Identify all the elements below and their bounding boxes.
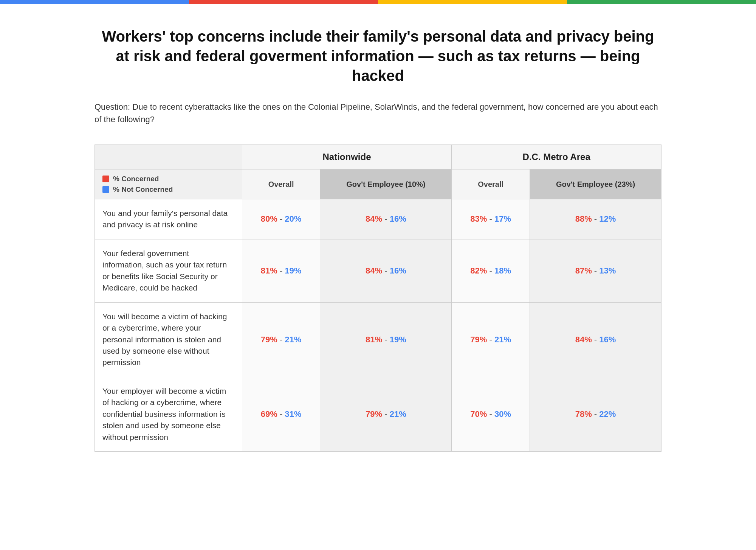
not-concerned-value: 21%	[494, 335, 511, 344]
data-cell-1-3: 87% - 13%	[530, 239, 662, 302]
data-cell-3-1: 79% - 21%	[320, 377, 452, 451]
legend-dot-blue	[102, 186, 109, 193]
legend-not-concerned-label: % Not Concerned	[113, 185, 173, 194]
data-cell-3-0: 69% - 31%	[242, 377, 320, 451]
data-cell-0-1: 84% - 16%	[320, 199, 452, 239]
nationwide-overall-header: Overall	[242, 169, 320, 199]
concerned-value: 69%	[261, 409, 277, 419]
concerned-value: 70%	[470, 409, 487, 419]
concerned-value: 84%	[575, 335, 592, 344]
concerned-value: 81%	[261, 266, 277, 275]
data-table: Nationwide D.C. Metro Area % Concerned %…	[94, 144, 662, 452]
legend: % Concerned % Not Concerned	[102, 175, 234, 194]
not-concerned-value: 19%	[390, 335, 406, 344]
concerned-value: 79%	[470, 335, 487, 344]
top-bar-blue	[0, 0, 189, 4]
not-concerned-value: 16%	[390, 214, 406, 224]
data-cell-2-0: 79% - 21%	[242, 302, 320, 377]
not-concerned-value: 16%	[599, 335, 616, 344]
legend-not-concerned: % Not Concerned	[102, 185, 234, 194]
concerned-value: 80%	[261, 214, 277, 224]
data-cell-0-3: 88% - 12%	[530, 199, 662, 239]
main-container: Workers' top concerns include their fami…	[57, 4, 699, 482]
concerned-value: 84%	[366, 214, 382, 224]
not-concerned-value: 13%	[599, 266, 616, 275]
dc-overall-header: Overall	[452, 169, 530, 199]
concerned-value: 79%	[366, 409, 382, 419]
row-label-0: You and your family's personal data and …	[95, 199, 242, 239]
legend-cell: % Concerned % Not Concerned	[95, 169, 242, 199]
concerned-value: 84%	[366, 266, 382, 275]
page-title: Workers' top concerns include their fami…	[94, 26, 662, 85]
legend-concerned: % Concerned	[102, 175, 234, 183]
concerned-value: 83%	[470, 214, 487, 224]
top-bar-yellow	[378, 0, 567, 4]
data-cell-3-3: 78% - 22%	[530, 377, 662, 451]
legend-concerned-label: % Concerned	[113, 175, 159, 183]
dc-govt-header: Gov't Employee (23%)	[530, 169, 662, 199]
not-concerned-value: 21%	[285, 335, 301, 344]
not-concerned-value: 18%	[494, 266, 511, 275]
not-concerned-value: 16%	[390, 266, 406, 275]
data-cell-1-2: 82% - 18%	[452, 239, 530, 302]
concerned-value: 79%	[261, 335, 277, 344]
data-cell-2-3: 84% - 16%	[530, 302, 662, 377]
not-concerned-value: 30%	[494, 409, 511, 419]
top-bar-red	[189, 0, 378, 4]
nationwide-header: Nationwide	[242, 145, 452, 169]
row-label-3: Your employer will become a victim of ha…	[95, 377, 242, 451]
concerned-value: 87%	[575, 266, 592, 275]
legend-dot-red	[102, 176, 109, 182]
concerned-value: 78%	[575, 409, 592, 419]
table-row: Your employer will become a victim of ha…	[95, 377, 662, 451]
data-cell-0-2: 83% - 17%	[452, 199, 530, 239]
not-concerned-value: 12%	[599, 214, 616, 224]
sub-header-row: % Concerned % Not Concerned Overall Gov'…	[95, 169, 662, 199]
concerned-value: 88%	[575, 214, 592, 224]
not-concerned-value: 21%	[390, 409, 406, 419]
row-label-2: You will become a victim of hacking or a…	[95, 302, 242, 377]
not-concerned-value: 17%	[494, 214, 511, 224]
not-concerned-value: 20%	[285, 214, 301, 224]
concerned-value: 82%	[470, 266, 487, 275]
data-cell-2-2: 79% - 21%	[452, 302, 530, 377]
dc-metro-header: D.C. Metro Area	[452, 145, 662, 169]
data-cell-3-2: 70% - 30%	[452, 377, 530, 451]
not-concerned-value: 31%	[285, 409, 301, 419]
data-cell-0-0: 80% - 20%	[242, 199, 320, 239]
table-row: You will become a victim of hacking or a…	[95, 302, 662, 377]
top-bar-green	[567, 0, 756, 4]
top-color-bar	[0, 0, 756, 4]
concerned-value: 81%	[366, 335, 382, 344]
not-concerned-value: 19%	[285, 266, 301, 275]
empty-header	[95, 145, 242, 169]
not-concerned-value: 22%	[599, 409, 616, 419]
row-label-1: Your federal government information, suc…	[95, 239, 242, 302]
nationwide-govt-header: Gov't Employee (10%)	[320, 169, 452, 199]
table-row: Your federal government information, suc…	[95, 239, 662, 302]
data-cell-2-1: 81% - 19%	[320, 302, 452, 377]
question-text: Question: Due to recent cyberattacks lik…	[94, 101, 662, 126]
data-cell-1-0: 81% - 19%	[242, 239, 320, 302]
table-row: You and your family's personal data and …	[95, 199, 662, 239]
data-cell-1-1: 84% - 16%	[320, 239, 452, 302]
group-header-row: Nationwide D.C. Metro Area	[95, 145, 662, 169]
